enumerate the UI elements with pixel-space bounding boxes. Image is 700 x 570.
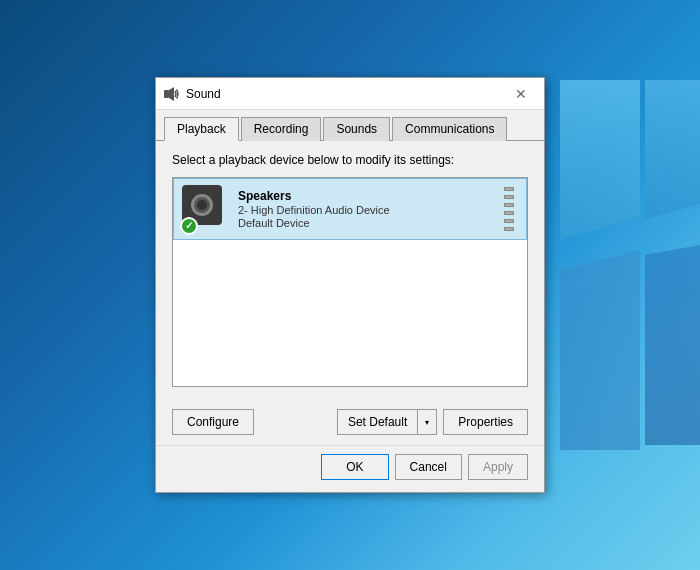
- device-icon-wrapper: ✓: [182, 185, 230, 233]
- tab-bar: Playback Recording Sounds Communications: [156, 110, 544, 141]
- device-item-speakers[interactable]: ✓ Speakers 2- High Definition Audio Devi…: [173, 178, 527, 240]
- properties-button[interactable]: Properties: [443, 409, 528, 435]
- device-list[interactable]: ✓ Speakers 2- High Definition Audio Devi…: [172, 177, 528, 387]
- svg-marker-1: [169, 87, 174, 101]
- cancel-button[interactable]: Cancel: [395, 454, 462, 480]
- device-name: Speakers: [238, 189, 504, 203]
- title-bar: Sound ✕: [156, 78, 544, 110]
- instruction-text: Select a playback device below to modify…: [172, 153, 528, 167]
- configure-button[interactable]: Configure: [172, 409, 254, 435]
- set-default-button[interactable]: Set Default: [338, 410, 418, 434]
- sound-dialog-icon: [164, 86, 180, 102]
- action-buttons-row: Configure Set Default ▾ Properties: [156, 399, 544, 445]
- tab-playback[interactable]: Playback: [164, 117, 239, 141]
- apply-button[interactable]: Apply: [468, 454, 528, 480]
- speaker-cone: [191, 194, 213, 216]
- ok-button[interactable]: OK: [321, 454, 388, 480]
- tab-sounds[interactable]: Sounds: [323, 117, 390, 141]
- default-check-icon: ✓: [180, 217, 198, 235]
- sound-dialog: Sound ✕ Playback Recording Sounds Commun…: [155, 77, 545, 493]
- desktop: Sound ✕ Playback Recording Sounds Commun…: [0, 0, 700, 570]
- set-default-group[interactable]: Set Default ▾: [337, 409, 437, 435]
- device-sub: 2- High Definition Audio Device: [238, 204, 504, 216]
- tab-recording[interactable]: Recording: [241, 117, 322, 141]
- svg-rect-0: [164, 90, 169, 98]
- device-status: Default Device: [238, 217, 504, 229]
- content-area: Select a playback device below to modify…: [156, 141, 544, 399]
- scrollbar-indicator: [504, 187, 518, 231]
- close-button[interactable]: ✕: [498, 78, 544, 110]
- dialog-overlay: Sound ✕ Playback Recording Sounds Commun…: [0, 0, 700, 570]
- device-info: Speakers 2- High Definition Audio Device…: [238, 189, 504, 229]
- dialog-title: Sound: [186, 87, 498, 101]
- set-default-arrow-button[interactable]: ▾: [418, 410, 436, 434]
- tab-communications[interactable]: Communications: [392, 117, 507, 141]
- dialog-body: Playback Recording Sounds Communications…: [156, 110, 544, 445]
- dialog-footer: OK Cancel Apply: [156, 445, 544, 492]
